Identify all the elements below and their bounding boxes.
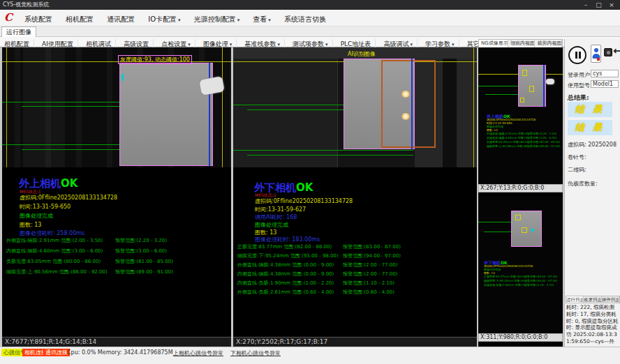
measurement-value: 内侧直线-隔膜:4.60mm 范围:(3.00 - 6.00): [6, 248, 103, 255]
menubar: C 系统配置 相机配置 通讯配置 IO卡配置▾ 光源控制配置▾ 查看▾ 系统语言…: [0, 10, 620, 26]
measurement-warn-range: 预警范围:(2.00 - 77.00): [343, 271, 397, 278]
preview-tab-ng[interactable]: NG成像显示: [479, 40, 508, 47]
status-dot: [597, 58, 600, 61]
marker: [522, 227, 527, 233]
statusbar: 心跳信号 相机连接 通讯连接 Cpu: 0.0% Memory: 3424.41…: [0, 347, 620, 364]
log-tabs: 运行日志 收发日志 操作日志: [566, 296, 620, 303]
chevron-down-icon: ▾: [452, 42, 455, 47]
measurement-value: 内侧直线-负极:1.90mm 范围:(1.00 - 2.20): [237, 280, 334, 287]
user-lock-button[interactable]: [591, 45, 601, 63]
result-badge-1: 结 果: [568, 102, 612, 117]
preview-tab-crop[interactable]: 裁剪内视图: [535, 40, 562, 47]
model-field[interactable]: Model1: [591, 80, 619, 88]
measurement-warn-range: 预警范围:(89.00 - 91.00): [115, 268, 173, 275]
edge-line: [411, 59, 413, 149]
chevron-down-icon: ▾: [410, 42, 413, 47]
sidebar: ← 登录用户: cys 使用型号: Model1 总结果: 结 果 结 果 虚拟…: [564, 39, 620, 347]
measurement-value: 隔膜宽度-下:95.24mm 范围:(93.00 - 98.00): [237, 252, 339, 259]
chevron-down-icon: ▾: [325, 42, 328, 47]
chevron-down-icon: ▾: [230, 42, 232, 47]
measurement-warn-range: 预警范围:(3.00 - 6.00): [115, 248, 167, 255]
log-tab-operation[interactable]: 操作日志: [602, 296, 619, 303]
pixel-coords-readout: X:311;Y:980;R:0;G:0;B:0: [478, 333, 563, 342]
electrode-region: [119, 63, 213, 166]
log-tab-run[interactable]: 运行日志: [566, 296, 584, 303]
menu-item-comm-config[interactable]: 通讯配置: [102, 11, 140, 28]
close-button[interactable]: ×: [606, 0, 617, 10]
left-camera-image[interactable]: 灰度阈值:93, 动态阈值:100: [2, 47, 231, 167]
window-title: CYS-视觉检测系统: [3, 1, 49, 8]
process-done-text: 图像处理完成: [20, 212, 53, 220]
menu-item-language-switch[interactable]: 系统语言切换: [279, 11, 331, 28]
left-camera-view[interactable]: 灰度阈值:93, 动态阈值:100 外上相机OK MES状态:1 虚拟码:0Ff…: [2, 47, 231, 347]
marker: [121, 74, 124, 81]
marker: [515, 215, 521, 220]
measurement-value: 内侧直线-隔膜:4.38mm 范围:(0.00 - 9.00): [237, 271, 334, 278]
logout-arrow-button[interactable]: ←: [613, 45, 620, 57]
defect-highlight: [401, 91, 411, 98]
chevron-down-icon: ▾: [178, 17, 181, 23]
elapsed-text: 图像处理耗时: 258.00ms: [20, 229, 84, 237]
chevron-down-icon: ▾: [268, 17, 271, 23]
login-user-field[interactable]: cys: [591, 70, 619, 77]
preview-mini-text: 外上相机OK 虚拟码:0Ffline20250208133134728 时间:1…: [487, 114, 563, 149]
measurement-value: 负极宽度:83.05mm 范围:(80.00 - 86.00): [6, 258, 101, 265]
menu-item-camera-config[interactable]: 相机配置: [61, 11, 98, 28]
tab-run-image[interactable]: 运行图像: [1, 26, 36, 37]
lens-icon: [607, 51, 610, 54]
preview-tabs: NG成像显示 瑕疵内视图 裁剪内视图: [478, 39, 563, 47]
preview-tab-defect[interactable]: 瑕疵内视图: [508, 40, 536, 47]
model-label: 使用型号:: [568, 82, 592, 89]
preview-bottom-image[interactable]: 外下相机OK 虚拟码:0Ffline20250208133134728 图像处理…: [478, 197, 563, 333]
threshold-label: 灰度阈值:93, 动态阈值:100: [118, 55, 192, 64]
user-icon: [594, 48, 598, 52]
ai-elapsed-text: 调用AI耗时: 168: [255, 213, 297, 221]
marker: [531, 229, 534, 232]
camera-snapshot-button[interactable]: [604, 48, 612, 56]
comm-connection-badge: 通讯连接: [43, 349, 70, 356]
titlebar: CYS-视觉检测系统 – □ ×: [0, 0, 620, 10]
ai-detect-box: [381, 60, 436, 148]
middle-camera-image[interactable]: AI识别图像: [233, 47, 477, 167]
chevron-down-icon: ▾: [277, 42, 280, 47]
pixel-coords-readout: X:7677;Y:891;R:14;G:14;B:14: [2, 337, 231, 347]
lower-camera-warning: 下相机心跳信号异常: [230, 349, 281, 357]
needle-number-label: 卷针号:: [568, 153, 586, 161]
tabstrip: 运行图像: [0, 26, 620, 37]
measurement-value: 外侧直线-负极:2.61mm 范围:(0.60 - 4.00): [237, 289, 334, 296]
preview-top-image[interactable]: 外上相机OK 虚拟码:0Ffline20250208133134728 时间:1…: [478, 47, 563, 184]
measurement-warn-range: 预警范围:(1.10 - 2.10): [343, 280, 394, 287]
guide-line: [6, 47, 7, 167]
measurement-warn-range: 预警范围:(94.00 - 97.00): [343, 252, 401, 259]
marker: [522, 70, 527, 76]
marker: [529, 86, 534, 92]
frame-count-text: 图数: 13: [20, 221, 41, 229]
defect-highlight: [401, 113, 411, 120]
time-text: 时间:13-31-59-650: [20, 203, 71, 211]
measure-line: [247, 155, 413, 156]
measurement-value: 外侧直线-隔膜:4.38mm 范围:(0.00 - 9.00): [237, 261, 334, 268]
result-badge-2: 结 果: [568, 120, 612, 135]
process-done-text: 图像处理完成: [255, 221, 288, 229]
measurement-warn-range: 预警范围:(83.00 - 87.00): [343, 243, 401, 250]
measurement-warn-range: 预警范围:(2.00 - 77.00): [343, 261, 397, 268]
minimize-button[interactable]: –: [580, 0, 591, 10]
log-tab-comm[interactable]: 收发日志: [584, 296, 601, 303]
pixel-coords-readout: X:270;Y:2502;R:17;G:17;B:17: [233, 337, 477, 347]
measure-line: [233, 150, 413, 151]
virtual-code-row: 虚拟码: 20250208: [568, 141, 617, 149]
barcode-text: 虚拟码:0Ffline20250208133134728: [255, 197, 353, 205]
measurement-value: 外侧直线-隔膜:2.91mm 范围:(2.00 - 3.50): [6, 237, 103, 244]
guide-line: [222, 47, 223, 167]
maximize-button[interactable]: □: [593, 0, 604, 10]
menu-item-system-config[interactable]: 系统配置: [20, 11, 57, 28]
barcode-text: 虚拟码:0Ffline20250208133134728: [20, 194, 117, 202]
measurement-warn-range: 预警范围:(0.60 - 4.00): [343, 289, 394, 296]
ai-image-label: AI识别图像: [346, 50, 377, 58]
guide-line: [2, 61, 231, 62]
preview-mini-text: 外下相机OK 虚拟码:0Ffline20250208133134728 图像处理…: [484, 261, 563, 287]
middle-camera-view[interactable]: AI识别图像 外下相机OK MES状态:1 虚拟码:0Ffline2025020…: [233, 47, 477, 347]
pause-button[interactable]: [568, 46, 586, 64]
elapsed-text: 图像处理耗时: 183.00ms: [255, 236, 320, 243]
login-user-label: 登录用户:: [568, 71, 592, 79]
